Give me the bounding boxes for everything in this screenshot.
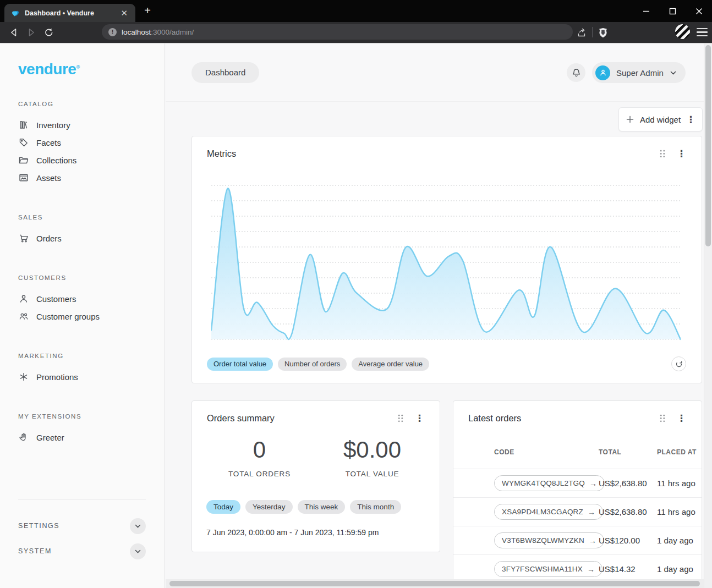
hand-icon bbox=[18, 432, 29, 443]
sidebar-item-facets[interactable]: Facets bbox=[18, 134, 165, 151]
system-expand-button[interactable] bbox=[130, 543, 146, 559]
column-header-placed-at: PLACED AT bbox=[657, 448, 698, 469]
column-header-total: TOTAL bbox=[599, 448, 657, 469]
horizontal-scrollbar-thumb[interactable] bbox=[169, 581, 700, 586]
column-header-code: CODE bbox=[494, 448, 599, 469]
brave-shield-icon[interactable] bbox=[597, 26, 609, 39]
drag-handle-icon[interactable] bbox=[398, 414, 403, 422]
range-tab-this-month[interactable]: This month bbox=[350, 500, 401, 514]
latest-orders-widget: Latest orders ⋮ CODE TOTAL PLACED AT WYM… bbox=[453, 400, 702, 588]
browser-titlebar: Dashboard • Vendure ✕ + bbox=[0, 0, 712, 22]
sidebar-item-orders[interactable]: Orders bbox=[18, 229, 165, 247]
date-range-text: 7 Jun 2023, 0:00:00 am - 7 Jun 2023, 11:… bbox=[206, 528, 379, 537]
total-value-label: TOTAL VALUE bbox=[316, 470, 429, 478]
metrics-title: Metrics bbox=[207, 149, 660, 159]
orders-summary-menu-icon[interactable]: ⋮ bbox=[415, 414, 424, 423]
order-total: US$2,638.80 bbox=[599, 479, 657, 488]
browser-window: Dashboard • Vendure ✕ + ! localhost:3000… bbox=[0, 0, 712, 588]
metrics-widget: Metrics ⋮ Order total value Number of or… bbox=[191, 136, 702, 383]
horizontal-scrollbar[interactable] bbox=[166, 579, 704, 588]
orders-summary-title: Orders summary bbox=[207, 413, 398, 424]
window-close-button[interactable] bbox=[693, 6, 704, 17]
total-orders-value: 0 bbox=[203, 437, 316, 463]
browser-forward-button[interactable] bbox=[25, 26, 37, 39]
drag-handle-icon[interactable] bbox=[660, 150, 665, 158]
order-total: US$14.32 bbox=[599, 564, 657, 574]
navbar-divider bbox=[592, 27, 593, 37]
order-placed-at: 1 day ago bbox=[657, 564, 698, 574]
order-code-link[interactable]: 3FY7FSCWSHMA11HX→ bbox=[494, 561, 603, 577]
metric-tab-number-of-orders[interactable]: Number of orders bbox=[278, 358, 347, 371]
chevron-down-icon bbox=[670, 69, 677, 76]
order-placed-at: 11 hrs ago bbox=[657, 507, 698, 517]
tab-close-icon[interactable]: ✕ bbox=[118, 8, 130, 18]
sidebar-item-collections[interactable]: Collections bbox=[18, 151, 165, 169]
vendure-admin-app: vendure® CATALOG Inventory Facets Collec… bbox=[0, 43, 712, 588]
arrow-right-icon: → bbox=[589, 536, 596, 545]
range-tab-this-week[interactable]: This week bbox=[298, 500, 346, 514]
browser-back-button[interactable] bbox=[8, 26, 20, 39]
order-placed-at: 11 hrs ago bbox=[657, 479, 698, 488]
drag-handle-icon[interactable] bbox=[660, 414, 665, 422]
section-label-catalog: CATALOG bbox=[18, 101, 165, 107]
users-group-icon bbox=[18, 311, 29, 322]
refresh-icon bbox=[675, 360, 683, 368]
site-info-icon[interactable]: ! bbox=[108, 28, 117, 36]
folder-icon bbox=[18, 155, 29, 166]
sidebar-item-greeter[interactable]: Greeter bbox=[18, 428, 165, 446]
sidebar-item-promotions[interactable]: Promotions bbox=[18, 368, 165, 386]
plus-icon bbox=[626, 115, 634, 124]
user-avatar-icon bbox=[595, 65, 610, 80]
sidebar-item-inventory[interactable]: Inventory bbox=[18, 116, 165, 134]
browser-reload-button[interactable] bbox=[43, 26, 55, 39]
total-orders-label: TOTAL ORDERS bbox=[203, 470, 316, 478]
order-code-link[interactable]: V3T6BW8ZQLWMYZKN→ bbox=[494, 532, 604, 548]
add-widget-menu-icon[interactable]: ⋮ bbox=[686, 115, 695, 124]
orders-summary-widget: Orders summary ⋮ 0 TOTAL ORDERS $0.00 TO… bbox=[191, 400, 440, 552]
section-label-sales: SALES bbox=[18, 214, 165, 221]
tag-icon bbox=[18, 137, 29, 148]
sidebar-item-customers[interactable]: Customers bbox=[18, 290, 165, 307]
url-bar[interactable]: ! localhost:3000/admin/ bbox=[102, 24, 573, 40]
refresh-button[interactable] bbox=[671, 356, 686, 371]
settings-expand-button[interactable] bbox=[130, 518, 146, 534]
new-tab-button[interactable]: + bbox=[141, 4, 154, 18]
order-code-link[interactable]: WYMGK4TQQ8JL2TGQ→ bbox=[494, 475, 605, 491]
main-area: Dashboard Super Admin Add widget ⋮ bbox=[166, 43, 712, 588]
add-widget-button[interactable]: Add widget ⋮ bbox=[618, 107, 703, 131]
arrow-right-icon: → bbox=[589, 479, 597, 488]
order-total: US$120.00 bbox=[599, 536, 657, 545]
sidebar-item-assets[interactable]: Assets bbox=[18, 169, 165, 186]
browser-menu-icon[interactable] bbox=[697, 26, 708, 38]
browser-profile-avatar[interactable] bbox=[675, 24, 690, 39]
notifications-button[interactable] bbox=[567, 63, 585, 82]
metric-tab-average-order-value[interactable]: Average order value bbox=[352, 358, 429, 371]
window-minimize-button[interactable] bbox=[640, 6, 651, 17]
sidebar-section-system[interactable]: SYSTEM bbox=[18, 540, 146, 562]
latest-orders-menu-icon[interactable]: ⋮ bbox=[677, 414, 686, 423]
range-tab-yesterday[interactable]: Yesterday bbox=[245, 500, 293, 514]
section-label-customers: CUSTOMERS bbox=[18, 274, 165, 281]
vertical-scrollbar[interactable] bbox=[704, 43, 712, 588]
sidebar-divider bbox=[18, 499, 146, 499]
cart-icon bbox=[18, 233, 29, 244]
metrics-menu-icon[interactable]: ⋮ bbox=[677, 149, 686, 158]
sidebar-section-settings[interactable]: SETTINGS bbox=[18, 515, 146, 537]
range-tab-today[interactable]: Today bbox=[206, 500, 240, 514]
user-name: Super Admin bbox=[616, 68, 664, 78]
browser-tab[interactable]: Dashboard • Vendure ✕ bbox=[4, 4, 135, 22]
share-icon[interactable] bbox=[576, 26, 588, 39]
user-icon bbox=[18, 293, 29, 304]
window-maximize-button[interactable] bbox=[667, 6, 678, 17]
total-value-value: $0.00 bbox=[316, 437, 429, 463]
sidebar-item-customer-groups[interactable]: Customer groups bbox=[18, 307, 165, 325]
user-menu[interactable]: Super Admin bbox=[592, 62, 686, 83]
vertical-scrollbar-thumb[interactable] bbox=[705, 45, 711, 246]
metric-tab-order-total-value[interactable]: Order total value bbox=[207, 358, 273, 371]
order-placed-at: 1 day ago bbox=[657, 536, 698, 546]
order-code-link[interactable]: XSA9PD4LM3CGAQRZ→ bbox=[494, 504, 603, 520]
latest-orders-title: Latest orders bbox=[468, 413, 660, 424]
inventory-icon bbox=[18, 119, 29, 130]
vendure-logo[interactable]: vendure® bbox=[18, 59, 165, 78]
breadcrumb[interactable]: Dashboard bbox=[191, 62, 259, 83]
